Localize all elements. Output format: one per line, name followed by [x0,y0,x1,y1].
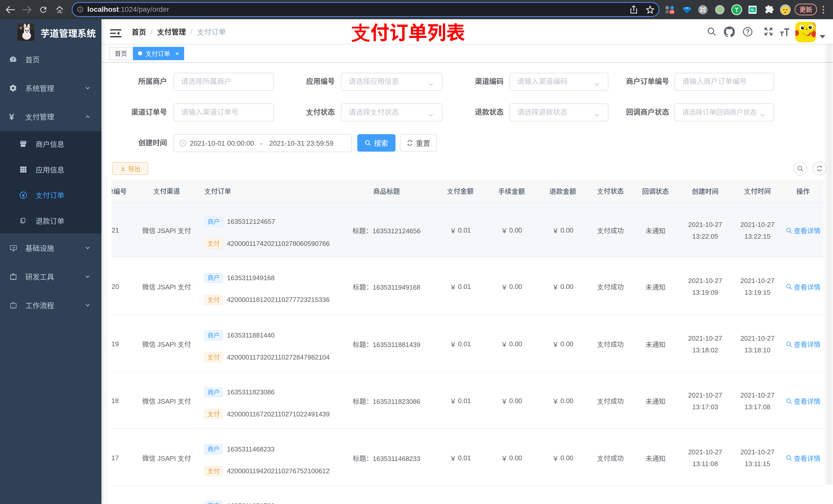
svg-text:10: 10 [670,10,674,14]
